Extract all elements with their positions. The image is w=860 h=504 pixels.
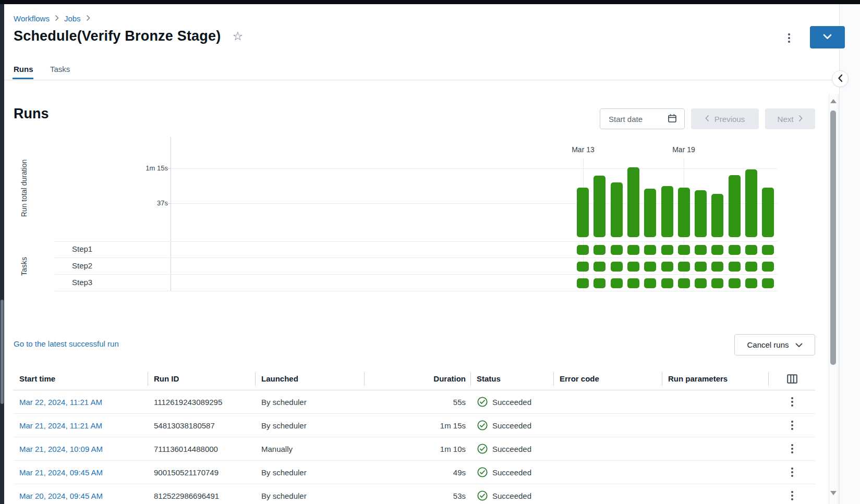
task-status-cell[interactable]	[711, 245, 723, 255]
row-overflow-menu-button[interactable]	[788, 394, 796, 410]
run-duration-bar[interactable]	[745, 169, 757, 237]
run-duration-bar[interactable]	[644, 189, 656, 237]
task-status-cell[interactable]	[627, 278, 639, 288]
task-status-cell[interactable]	[678, 278, 690, 288]
chevron-right-icon	[86, 14, 90, 23]
breadcrumb-jobs-link[interactable]: Jobs	[64, 14, 81, 23]
table-row: Mar 21, 2024, 09:45 AM900150521170749By …	[14, 461, 815, 484]
duration-cell: 53s	[365, 491, 471, 500]
cancel-runs-button[interactable]: Cancel runs	[734, 334, 815, 355]
run-duration-bar[interactable]	[611, 182, 623, 237]
task-status-cell[interactable]	[678, 245, 690, 255]
task-status-cell[interactable]	[627, 262, 639, 272]
task-status-cell[interactable]	[661, 245, 673, 255]
start-time-link[interactable]: Mar 21, 2024, 10:09 AM	[19, 445, 103, 453]
task-status-cell[interactable]	[627, 245, 639, 255]
task-status-cell[interactable]	[729, 278, 741, 288]
run-duration-bar[interactable]	[729, 175, 741, 237]
left-scrollbar-thumb[interactable]	[1, 300, 4, 404]
runs-table: Start time Run ID Launched Duration Stat…	[14, 367, 815, 504]
task-status-cell[interactable]	[695, 245, 707, 255]
task-status-cell[interactable]	[711, 262, 723, 272]
table-body: Mar 22, 2024, 11:21 AM1112619243089295By…	[14, 390, 815, 504]
row-overflow-menu-button[interactable]	[788, 464, 796, 480]
run-duration-bar[interactable]	[678, 188, 690, 237]
succeeded-check-icon	[477, 443, 488, 454]
column-header-status[interactable]: Status	[471, 367, 554, 390]
task-row-divider	[55, 274, 777, 275]
run-duration-bar[interactable]	[661, 186, 673, 237]
task-status-cell[interactable]	[611, 245, 623, 255]
task-status-cell[interactable]	[661, 262, 673, 272]
task-status-cell[interactable]	[729, 245, 741, 255]
task-status-cell[interactable]	[762, 245, 774, 255]
row-overflow-menu-button[interactable]	[788, 488, 796, 503]
y-tick-label: 1m 15s	[121, 164, 168, 172]
start-time-link[interactable]: Mar 22, 2024, 11:21 AM	[19, 398, 102, 407]
task-status-cell[interactable]	[745, 278, 757, 288]
task-status-cell[interactable]	[593, 245, 605, 255]
collapse-panel-button[interactable]	[832, 70, 849, 87]
start-time-link[interactable]: Mar 21, 2024, 09:45 AM	[19, 468, 103, 477]
task-status-cell[interactable]	[593, 278, 605, 288]
start-time-link[interactable]: Mar 21, 2024, 11:21 AM	[19, 421, 102, 430]
task-status-cell[interactable]	[729, 262, 741, 272]
column-header-duration[interactable]: Duration	[365, 367, 471, 390]
latest-successful-run-link[interactable]: Go to the latest successful run	[14, 339, 119, 348]
task-status-cell[interactable]	[593, 262, 605, 272]
task-status-cell[interactable]	[611, 278, 623, 288]
task-status-cell[interactable]	[695, 262, 707, 272]
row-overflow-menu-button[interactable]	[788, 441, 796, 457]
favorite-star-icon[interactable]: ☆	[232, 30, 243, 42]
row-overflow-menu-button[interactable]	[788, 417, 796, 433]
previous-button[interactable]: Previous	[691, 108, 759, 129]
start-time-link[interactable]: Mar 20, 2024, 09:45 AM	[19, 491, 103, 500]
active-tab-underline	[13, 78, 33, 79]
scroll-up-arrow-icon[interactable]	[830, 99, 837, 103]
tab-runs[interactable]: Runs	[14, 65, 33, 73]
tab-tasks[interactable]: Tasks	[50, 65, 70, 73]
column-header-error-code[interactable]: Error code	[554, 367, 662, 390]
scroll-down-arrow-icon[interactable]	[830, 491, 837, 495]
column-settings-icon[interactable]	[785, 372, 800, 386]
column-header-run-id[interactable]: Run ID	[148, 367, 256, 390]
task-status-cell[interactable]	[577, 245, 589, 255]
task-status-cell[interactable]	[644, 278, 656, 288]
run-duration-bar[interactable]	[711, 194, 723, 237]
task-status-cell[interactable]	[762, 262, 774, 272]
task-status-cell[interactable]	[745, 262, 757, 272]
run-duration-bar[interactable]	[762, 188, 774, 237]
column-header-launched[interactable]: Launched	[256, 367, 365, 390]
run-id-cell: 900150521170749	[148, 468, 256, 477]
task-status-cell[interactable]	[711, 278, 723, 288]
job-overflow-menu-button[interactable]	[785, 30, 793, 46]
task-status-cell[interactable]	[577, 262, 589, 272]
vertical-scrollbar[interactable]	[829, 94, 839, 504]
task-status-cell[interactable]	[678, 262, 690, 272]
scrollbar-thumb[interactable]	[830, 110, 836, 365]
run-now-dropdown-button[interactable]	[810, 26, 845, 48]
task-status-cell[interactable]	[611, 262, 623, 272]
task-status-cell[interactable]	[745, 245, 757, 255]
task-status-cell[interactable]	[644, 245, 656, 255]
y-tick-label: 37s	[121, 199, 168, 207]
run-duration-bar[interactable]	[627, 167, 639, 237]
next-button[interactable]: Next	[765, 108, 815, 129]
start-date-picker[interactable]: Start date	[600, 108, 685, 129]
column-header-start-time[interactable]: Start time	[14, 367, 148, 390]
left-edge-scrollbar[interactable]	[0, 4, 4, 504]
run-duration-bar[interactable]	[593, 176, 605, 237]
breadcrumb-workflows-link[interactable]: Workflows	[14, 14, 50, 23]
task-status-cell[interactable]	[577, 278, 589, 288]
calendar-icon	[668, 114, 677, 125]
table-row: Mar 21, 2024, 10:09 AM711136014488000Man…	[14, 437, 815, 461]
column-header-run-parameters[interactable]: Run parameters	[662, 367, 769, 390]
task-status-cell[interactable]	[644, 262, 656, 272]
runs-section-heading: Runs	[14, 106, 49, 122]
task-status-cell[interactable]	[695, 278, 707, 288]
run-duration-bar[interactable]	[695, 190, 707, 237]
run-duration-bar[interactable]	[577, 188, 589, 237]
y-axis-label: Run total duration	[20, 146, 28, 230]
task-status-cell[interactable]	[762, 278, 774, 288]
task-status-cell[interactable]	[661, 278, 673, 288]
